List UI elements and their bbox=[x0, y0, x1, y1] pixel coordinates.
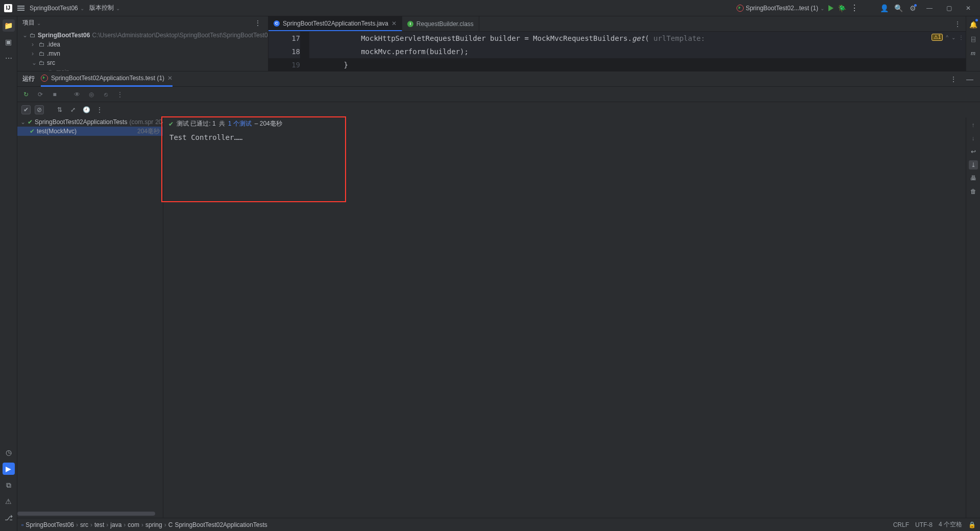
test-status-link[interactable]: 1 个测试 bbox=[228, 119, 252, 128]
expand-all-button[interactable]: ⤢ bbox=[68, 105, 78, 114]
interface-icon: I bbox=[407, 21, 413, 27]
scroll-to-end-icon[interactable]: ⤓ bbox=[969, 160, 978, 170]
tree-root[interactable]: ⌄🗀 SpringBootTest06 C:\Users\Administrat… bbox=[17, 31, 268, 40]
database-button[interactable]: ⌸ bbox=[968, 34, 978, 44]
test-toolbar: ✔ ⊘ ⇅ ⤢ 🕘 ⋮ bbox=[17, 102, 980, 117]
editor-tab-requestbuilder[interactable]: I RequestBuilder.class bbox=[402, 16, 479, 31]
project-tool-button[interactable]: 📁 bbox=[3, 19, 15, 32]
close-button[interactable]: ✕ bbox=[961, 0, 976, 16]
breadcrumb[interactable]: com bbox=[128, 521, 139, 528]
editor-text[interactable]: MockHttpServletRequestBuilder builder = … bbox=[309, 32, 966, 71]
indent-settings[interactable]: 4 个空格 bbox=[939, 520, 962, 529]
breadcrumb[interactable]: SpringBootTest02ApplicationTests bbox=[175, 521, 267, 528]
vcs-dropdown[interactable]: 版本控制 bbox=[89, 4, 120, 12]
tree-node-src[interactable]: ⌄🗀 src bbox=[17, 58, 268, 67]
panel-options-icon[interactable]: ⋮ bbox=[253, 18, 263, 28]
run-tool-button[interactable]: ▶ bbox=[3, 463, 15, 475]
scrollbar-thumb[interactable] bbox=[17, 512, 155, 516]
test-class-row[interactable]: ⌄ ✔ SpringBootTest02ApplicationTests (co… bbox=[17, 117, 163, 127]
search-icon[interactable]: 🔍 bbox=[893, 3, 903, 13]
run-config-icon bbox=[41, 75, 48, 82]
folder-icon: 🗀 bbox=[39, 50, 45, 57]
chevron-down-icon bbox=[80, 5, 84, 12]
show-ignored-toggle[interactable]: ⊘ bbox=[35, 105, 44, 114]
editor-tab-tests[interactable]: C SpringBootTest02ApplicationTests.java … bbox=[268, 16, 402, 31]
history-button[interactable]: 🕘 bbox=[82, 105, 91, 114]
exit-button[interactable]: ⎋ bbox=[101, 90, 110, 99]
soft-wrap-icon[interactable]: ↩ bbox=[969, 147, 978, 156]
next-highlight-icon[interactable]: ⌄ bbox=[951, 35, 955, 40]
breadcrumb[interactable]: SpringBootTest06 bbox=[26, 521, 74, 528]
notifications-button[interactable]: 🔔 bbox=[968, 19, 978, 30]
tree-node-mvn[interactable]: ›🗀 .mvn bbox=[17, 49, 268, 58]
console-output[interactable]: Test Controller…… bbox=[163, 130, 966, 518]
editor-tabs-more[interactable]: ⋮ bbox=[949, 16, 966, 31]
close-tab-icon[interactable]: ✕ bbox=[167, 75, 173, 82]
line-number: 18 bbox=[268, 45, 300, 58]
test-toolbar-more[interactable]: ⋮ bbox=[95, 105, 104, 114]
structure-tool-button[interactable]: ▣ bbox=[3, 36, 15, 48]
tree-node-main[interactable]: ⌄🗀 main bbox=[17, 67, 268, 71]
project-view-dropdown[interactable]: 项目 bbox=[22, 18, 41, 27]
vcs-dropdown-label: 版本控制 bbox=[89, 4, 114, 12]
project-dropdown[interactable]: SpringBootTest06 bbox=[30, 5, 84, 12]
run-configuration-dropdown[interactable]: SpringBootTest02...test (1) bbox=[737, 5, 824, 12]
line-separator[interactable]: CRLF bbox=[893, 521, 909, 528]
prev-highlight-icon[interactable]: ^ bbox=[946, 35, 948, 40]
file-encoding[interactable]: UTF-8 bbox=[915, 521, 933, 528]
scroll-up-icon[interactable]: ↑ bbox=[969, 120, 978, 130]
test-method-row[interactable]: ✔ test(MockMvc) 204毫秒 bbox=[17, 127, 163, 136]
toolbar-more[interactable]: ⋮ bbox=[115, 90, 125, 99]
maven-button[interactable]: m bbox=[968, 48, 978, 58]
problems-tool-button[interactable]: ⚠ bbox=[3, 495, 15, 508]
maximize-button[interactable]: ▢ bbox=[941, 0, 957, 16]
rerun-failed-button[interactable]: ⟳ bbox=[36, 90, 45, 99]
more-tool-button[interactable]: ⋯ bbox=[3, 52, 15, 64]
sort-button[interactable]: ⇅ bbox=[55, 105, 64, 114]
debug-button[interactable]: 🪲 bbox=[838, 4, 846, 12]
code-line: } bbox=[309, 61, 348, 69]
git-tool-button[interactable]: ⎇ bbox=[3, 512, 15, 524]
inspection-menu-icon[interactable]: ⋮ bbox=[959, 35, 964, 40]
code-with-me-icon[interactable]: 👤 bbox=[879, 3, 889, 13]
dump-threads-button[interactable]: 👁 bbox=[72, 90, 82, 99]
clear-all-icon[interactable]: 🗑 bbox=[969, 187, 978, 196]
run-button[interactable] bbox=[828, 5, 834, 11]
title-bar: IJ SpringBootTest06 版本控制 SpringBootTest0… bbox=[0, 0, 980, 16]
breadcrumb[interactable]: java bbox=[110, 521, 121, 528]
run-tabs-more[interactable]: ⋮ bbox=[948, 74, 959, 84]
test-class-package: (com.spr bbox=[129, 118, 153, 126]
scroll-down-icon[interactable]: ↓ bbox=[969, 134, 978, 143]
run-tool-window: 运行 SpringBootTest02ApplicationTests.test… bbox=[17, 71, 980, 518]
terminal-tool-button[interactable]: ⧉ bbox=[3, 479, 15, 491]
code-paren: ( bbox=[645, 34, 653, 42]
close-tab-icon[interactable]: ✕ bbox=[391, 20, 397, 27]
attach-button[interactable]: ◎ bbox=[87, 90, 96, 99]
more-actions-button[interactable]: ⋮ bbox=[850, 3, 859, 13]
settings-icon[interactable]: ⚙ bbox=[908, 3, 918, 13]
rerun-button[interactable]: ↻ bbox=[21, 90, 31, 99]
run-config-icon bbox=[737, 5, 744, 12]
tree-node-idea[interactable]: ›🗀 .idea bbox=[17, 40, 268, 49]
hide-panel-icon[interactable]: — bbox=[965, 74, 975, 84]
project-tree[interactable]: ⌄🗀 SpringBootTest06 C:\Users\Administrat… bbox=[17, 30, 268, 71]
test-status-bar: ✔ 测试 已通过: 1共 1 个测试 – 204毫秒 bbox=[163, 117, 966, 130]
minimize-button[interactable]: — bbox=[922, 0, 937, 16]
breadcrumb[interactable]: spring bbox=[145, 521, 162, 528]
readonly-lock-icon[interactable]: 🔒 bbox=[968, 521, 976, 528]
stop-button[interactable]: ■ bbox=[50, 90, 59, 99]
inspection-widget[interactable]: ⚠1 ^ ⌄ ⋮ bbox=[932, 34, 964, 41]
pass-icon: ✔ bbox=[30, 128, 35, 135]
main-menu-icon[interactable] bbox=[17, 6, 24, 11]
breadcrumb[interactable]: test bbox=[94, 521, 104, 528]
services-tool-button[interactable]: ◷ bbox=[3, 446, 15, 458]
tree-node-label: main bbox=[56, 68, 69, 71]
folder-icon: 🗀 bbox=[39, 41, 45, 48]
print-icon[interactable]: 🖶 bbox=[969, 174, 978, 183]
folder-icon: 🗀 bbox=[39, 59, 45, 66]
breadcrumb[interactable]: src bbox=[80, 521, 88, 528]
editor-tab-label: RequestBuilder.class bbox=[416, 20, 474, 28]
show-passed-toggle[interactable]: ✔ bbox=[21, 105, 31, 114]
test-results-tree[interactable]: ⌄ ✔ SpringBootTest02ApplicationTests (co… bbox=[17, 117, 163, 518]
run-tab-test[interactable]: SpringBootTest02ApplicationTests.test (1… bbox=[41, 71, 173, 87]
